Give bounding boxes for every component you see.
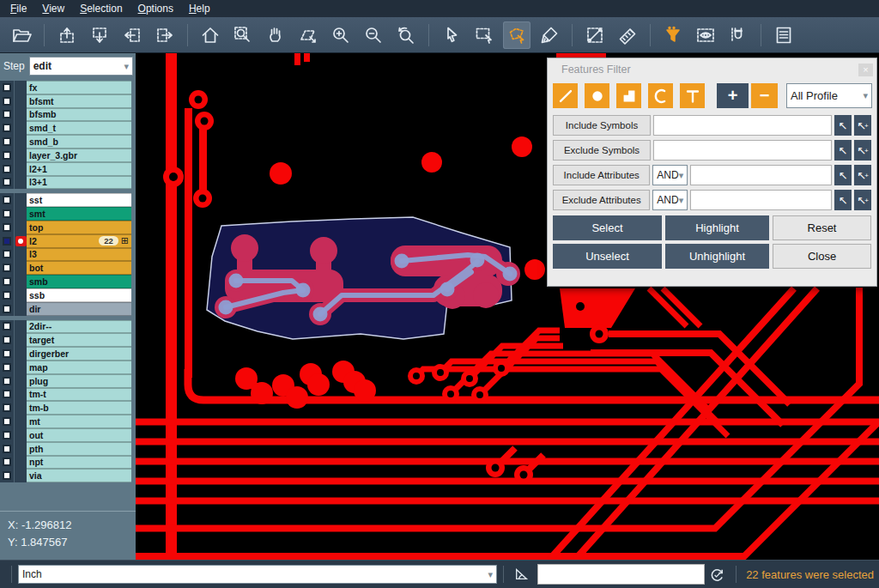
include-symbols-button[interactable]: Include Symbols xyxy=(553,115,651,136)
layer-checkbox-cell[interactable] xyxy=(0,388,14,402)
layer-row-map[interactable]: map xyxy=(0,361,131,374)
layer-name[interactable]: smd_t xyxy=(27,121,131,135)
select-button[interactable]: Select xyxy=(553,215,662,240)
select-polygon-button[interactable] xyxy=(503,21,530,49)
clean-erase-button[interactable] xyxy=(536,21,563,49)
layer-row-target[interactable]: target xyxy=(0,333,131,347)
unhighlight-button[interactable]: Unhighlight xyxy=(665,244,769,269)
layer-name[interactable]: bot xyxy=(27,261,131,275)
layer-row-l2[interactable]: l222⊞ xyxy=(0,234,131,248)
feature-type-text-button[interactable] xyxy=(680,83,705,108)
layer-name[interactable]: l222⊞ xyxy=(27,234,131,248)
layer-row-l3[interactable]: l3 xyxy=(0,248,131,262)
zoom-drag-button[interactable] xyxy=(294,21,322,49)
layer-name[interactable]: layer_3.gbr xyxy=(27,149,131,162)
layer-name[interactable]: top xyxy=(27,221,131,234)
layer-name[interactable]: smd_b xyxy=(27,135,131,149)
layer-checkbox-cell[interactable] xyxy=(0,81,14,94)
exclude-attributes-operator-select[interactable]: AND▾ xyxy=(652,190,688,210)
layer-checkbox-cell[interactable] xyxy=(0,428,14,442)
pick-arrow-add-button[interactable]: ↖+ xyxy=(854,190,871,210)
include-attributes-operator-select[interactable]: AND▾ xyxy=(652,165,688,185)
layer-name[interactable]: smb xyxy=(27,275,131,288)
layer-checkbox-cell[interactable] xyxy=(0,193,14,207)
layer-row-2dir--[interactable]: 2dir-- xyxy=(0,320,131,334)
refresh-icon[interactable] xyxy=(709,567,725,583)
layer-row-layer_3.gbr[interactable]: layer_3.gbr xyxy=(0,149,131,162)
layer-name[interactable]: plug xyxy=(27,374,131,388)
layer-checkbox[interactable] xyxy=(3,403,11,412)
polarity-negative-button[interactable]: − xyxy=(751,83,778,108)
layer-checkbox-cell[interactable] xyxy=(0,162,14,176)
layer-name[interactable]: tm-b xyxy=(27,401,131,415)
layer-checkbox-cell[interactable] xyxy=(0,94,14,108)
layer-checkbox[interactable] xyxy=(3,322,11,330)
layer-checkbox-cell[interactable] xyxy=(0,275,14,288)
layer-checkbox[interactable] xyxy=(3,417,11,426)
layer-row-smb[interactable]: smb xyxy=(0,275,131,288)
layer-checkbox-cell[interactable] xyxy=(0,135,14,149)
menu-file[interactable]: File xyxy=(3,1,35,17)
feature-type-surface-button[interactable] xyxy=(616,83,641,108)
layer-checkbox[interactable] xyxy=(3,151,11,160)
feature-type-arc-button[interactable] xyxy=(648,83,673,108)
layer-row-mt[interactable]: mt xyxy=(0,415,131,428)
zoom-window-button[interactable] xyxy=(229,21,257,49)
menu-selection[interactable]: Selection xyxy=(73,1,130,17)
layer-checkbox[interactable] xyxy=(3,83,11,92)
pan-down-button[interactable] xyxy=(86,21,113,49)
layer-checkbox-cell[interactable] xyxy=(0,108,14,122)
layer-name[interactable]: target xyxy=(27,333,131,347)
layer-checkbox[interactable] xyxy=(3,178,11,186)
zoom-in-button[interactable] xyxy=(327,21,355,49)
layer-checkbox-cell[interactable] xyxy=(0,288,14,302)
step-select[interactable]: edit ▾ xyxy=(29,57,133,76)
measure-ruler-button[interactable] xyxy=(614,21,641,49)
home-button[interactable] xyxy=(197,21,224,49)
layer-row-l3+1[interactable]: l3+1 xyxy=(0,176,131,190)
snap-magnet-button[interactable] xyxy=(724,21,752,49)
pick-arrow-button[interactable]: ↖ xyxy=(834,140,852,161)
layer-name[interactable]: mt xyxy=(27,415,131,428)
unit-select[interactable]: Inch ▾ xyxy=(18,565,497,584)
layer-checkbox-cell[interactable] xyxy=(0,374,14,388)
layer-checkbox-cell[interactable] xyxy=(0,261,14,275)
layer-checkbox[interactable] xyxy=(3,445,11,453)
layer-row-bot[interactable]: bot xyxy=(0,261,131,275)
layer-checkbox-cell[interactable] xyxy=(0,248,14,262)
layer-name[interactable]: smt xyxy=(27,207,131,221)
include-symbols-input[interactable] xyxy=(653,115,832,136)
layer-checkbox[interactable] xyxy=(3,349,11,358)
layer-name[interactable]: l3+1 xyxy=(27,176,131,190)
pick-arrow-button[interactable]: ↖ xyxy=(834,115,852,136)
layer-checkbox[interactable] xyxy=(3,305,11,313)
layer-checkbox-cell[interactable] xyxy=(0,221,14,234)
menu-help[interactable]: Help xyxy=(182,1,219,17)
zoom-out-button[interactable] xyxy=(360,21,387,49)
feature-type-pad-button[interactable] xyxy=(585,83,609,108)
layer-name[interactable]: tm-t xyxy=(27,388,131,402)
include-attributes-input[interactable] xyxy=(690,165,832,185)
pan-up-button[interactable] xyxy=(53,21,81,49)
pick-arrow-button[interactable]: ↖ xyxy=(834,165,852,185)
layer-checkbox[interactable] xyxy=(3,471,11,480)
layer-checkbox-cell[interactable] xyxy=(0,302,14,316)
layer-checkbox-cell[interactable] xyxy=(0,333,14,347)
exclude-attributes-button[interactable]: Exclude Attributes xyxy=(553,190,650,210)
layer-checkbox[interactable] xyxy=(3,165,11,173)
layer-checkbox-cell[interactable] xyxy=(0,401,14,415)
layer-checkbox[interactable] xyxy=(3,223,11,232)
layer-checkbox-cell[interactable] xyxy=(0,121,14,135)
layer-name[interactable]: dir xyxy=(27,302,131,316)
grid-icon[interactable]: ⊞ xyxy=(121,235,129,246)
layer-checkbox[interactable] xyxy=(3,97,11,106)
polarity-positive-button[interactable]: + xyxy=(717,83,749,108)
pan-left-button[interactable] xyxy=(118,21,146,49)
layer-checkbox-cell[interactable] xyxy=(0,456,14,470)
select-rect-button[interactable] xyxy=(470,21,498,49)
view-options-button[interactable] xyxy=(692,21,719,49)
exclude-attributes-input[interactable] xyxy=(690,190,832,210)
layer-row-out[interactable]: out xyxy=(0,428,131,442)
pick-arrow-add-button[interactable]: ↖+ xyxy=(854,165,871,185)
menu-options[interactable]: Options xyxy=(131,1,182,17)
